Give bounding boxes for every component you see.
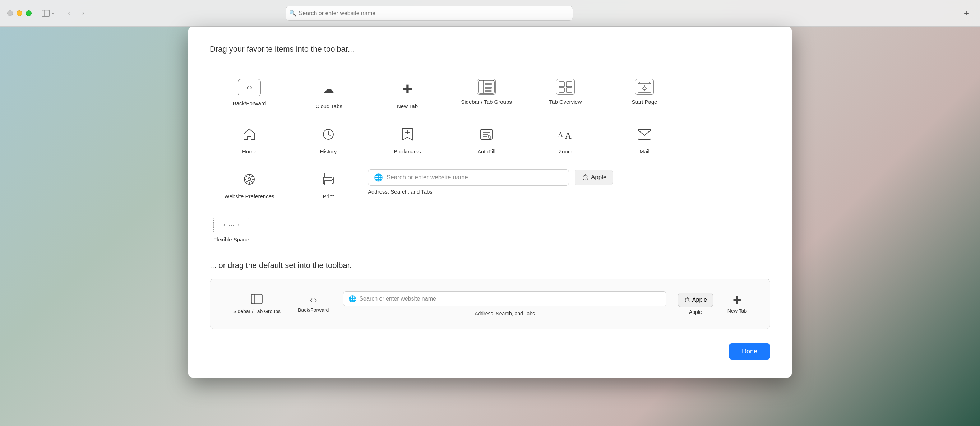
toolbar-item-tab-overview[interactable]: Tab Overview [526,72,605,117]
default-new-tab[interactable]: ✚ New Tab [719,291,756,318]
back-forward-icon: ‹ › [238,79,261,96]
svg-rect-28 [638,129,651,139]
close-button[interactable] [7,10,13,16]
default-apple-label: Apple [692,297,707,303]
address-bar: 🔍 [286,6,573,21]
autofill-label: AutoFill [477,148,495,155]
drag-instruction: Drag your favorite items into the toolba… [210,45,770,54]
tab-overview-label: Tab Overview [549,99,582,106]
svg-rect-0 [42,10,49,16]
default-globe-icon: 🌐 [348,295,356,303]
start-page-icon [635,79,654,95]
default-sidebar-label: Sidebar / Tab Groups [233,308,280,314]
maximize-button[interactable] [26,10,32,16]
address-search-label: Address, Search, and Tabs [368,189,433,195]
svg-point-42 [332,178,333,180]
toolbar-item-zoom[interactable]: A A Zoom [526,117,605,162]
svg-rect-10 [566,87,572,92]
toolbar-item-home[interactable]: Home [210,117,289,162]
svg-rect-4 [485,83,492,85]
toolbar-item-history[interactable]: History [289,117,368,162]
apple-button-preview[interactable]: Apple [575,170,613,185]
back-button[interactable]: ‹ [62,7,75,20]
svg-text:A: A [558,131,563,139]
default-sidebar-icon [251,294,262,307]
website-preferences-icon [239,169,259,189]
nav-buttons: ‹ › [62,7,90,20]
autofill-icon [476,124,496,145]
zoom-icon: A A [555,124,576,145]
traffic-lights [7,10,32,16]
default-sidebar[interactable]: Sidebar / Tab Groups [224,290,289,318]
minimize-button[interactable] [16,10,22,16]
apple-label: Apple [591,174,606,181]
toolbar-item-autofill[interactable]: AutoFill [447,117,526,162]
print-icon [318,169,339,189]
sidebar-tab-groups-label: Sidebar / Tab Groups [461,99,512,106]
icloud-tabs-label: iCloud Tabs [314,103,342,110]
toolbar-item-website-preferences[interactable]: Website Preferences [210,162,289,207]
svg-rect-5 [485,87,492,89]
svg-rect-6 [485,90,492,92]
default-address-search[interactable]: 🌐 Search or enter website name Address, … [337,288,672,320]
sidebar-toggle[interactable] [39,8,58,19]
default-address-search-label: Address, Search, and Tabs [474,311,535,316]
new-tab-label: New Tab [397,103,418,110]
toolbar-item-bookmarks[interactable]: Bookmarks [368,117,447,162]
titlebar: ‹ › 🔍 + [0,0,980,27]
website-preferences-label: Website Preferences [224,193,274,200]
default-apple-btn[interactable]: Apple Apple [672,289,719,319]
browser-window: ‹ › 🔍 + Drag your favorite items into th… [0,0,980,426]
svg-line-38 [246,181,248,183]
flexible-space-label: Flexible Space [213,236,248,243]
address-search-preview[interactable]: 🌐 Search or enter website name [368,169,569,186]
search-icon: 🔍 [289,10,296,16]
default-set[interactable]: Sidebar / Tab Groups ‹ › Back/Forward 🌐 … [210,279,770,329]
svg-rect-9 [559,87,564,92]
svg-line-37 [251,176,253,178]
mail-icon [635,124,654,145]
svg-rect-8 [566,81,572,87]
icloud-icon: ☁ [318,79,339,99]
toolbar-item-new-tab[interactable]: ✚ New Tab [368,72,447,117]
default-back-forward-label: Back/Forward [298,307,329,313]
default-search-placeholder: Search or enter website name [359,296,436,302]
svg-line-36 [251,181,253,183]
svg-rect-7 [559,81,564,87]
tab-overview-icon [556,79,575,95]
print-label: Print [323,193,334,200]
toolbar-item-flexible-space[interactable]: ←···→ Flexible Space [210,211,282,250]
default-apple-inner: Apple [678,293,713,307]
default-instruction: ... or drag the default set into the too… [210,261,770,270]
done-button[interactable]: Done [729,343,770,359]
customize-toolbar-modal: Drag your favorite items into the toolba… [188,27,792,378]
add-tab-button[interactable]: + [960,7,973,20]
sidebar-icon [477,79,496,95]
search-input[interactable] [286,6,573,21]
default-new-tab-label: New Tab [727,308,747,314]
default-new-tab-icon: ✚ [733,294,741,306]
done-row: Done [210,343,770,359]
start-page-label: Start Page [632,99,657,106]
svg-point-30 [248,178,251,181]
toolbar-item-mail[interactable]: Mail [605,117,684,162]
toolbar-item-back-forward[interactable]: ‹ › Back/Forward [210,72,289,117]
back-forward-label: Back/Forward [233,100,266,107]
toolbar-item-print[interactable]: Print [289,162,368,207]
svg-rect-41 [325,181,332,185]
toolbar-item-sidebar[interactable]: Sidebar / Tab Groups [447,72,526,117]
svg-point-14 [643,87,646,90]
globe-icon: 🌐 [374,173,383,182]
flexible-space-icon: ←···→ [213,218,249,232]
modal-overlay: Drag your favorite items into the toolba… [0,27,980,426]
home-label: Home [242,148,256,155]
default-back-forward-icon: ‹ › [310,295,317,305]
toolbar-item-icloud-tabs[interactable]: ☁ iCloud Tabs [289,72,368,117]
new-tab-icon: ✚ [397,79,417,99]
toolbar-item-start-page[interactable]: Start Page [605,72,684,117]
bookmarks-icon [397,124,417,145]
default-back-forward[interactable]: ‹ › Back/Forward [289,291,337,316]
forward-button[interactable]: › [77,7,90,20]
svg-rect-43 [251,294,262,304]
mail-label: Mail [640,148,649,155]
